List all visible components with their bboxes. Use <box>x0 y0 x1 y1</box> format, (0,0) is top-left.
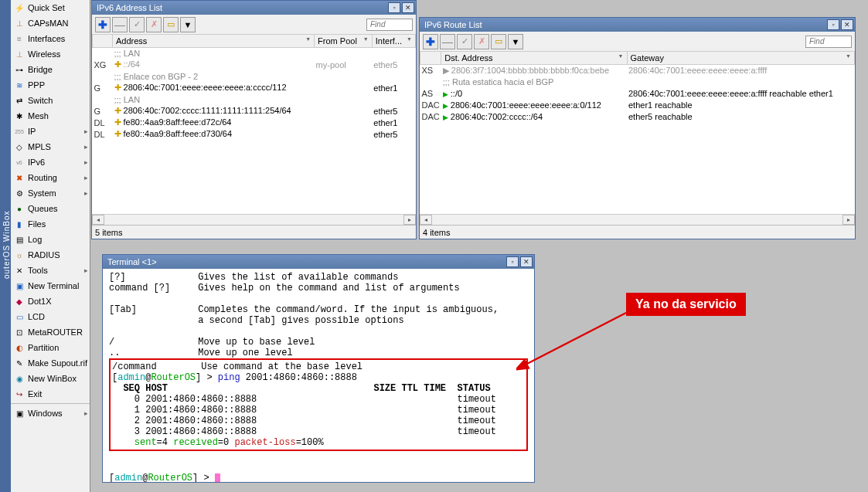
find-input[interactable] <box>805 36 852 48</box>
minimize-button[interactable]: ▫ <box>506 256 519 267</box>
sidebar-item-new-terminal[interactable]: ▣New Terminal <box>11 278 90 294</box>
table-row[interactable]: XG✚ ::/64my-poolether5 <box>93 59 416 70</box>
sidebar-label: Queues <box>28 204 58 213</box>
filter-button[interactable]: ▼ <box>508 34 523 49</box>
disable-button[interactable]: ✗ <box>474 34 489 49</box>
column-header[interactable]: From Pool <box>315 35 373 47</box>
annotation-callout: Ya no da servicio <box>626 293 746 316</box>
add-button[interactable]: ✚ <box>423 34 438 49</box>
sidebar-item-routing[interactable]: ✖Routing <box>11 170 90 185</box>
table-comment-row: ;;; Enlace con BGP - 2 <box>93 70 416 82</box>
sidebar-item-mpls[interactable]: ◇MPLS <box>11 139 90 154</box>
sidebar-item-windows[interactable]: ▣Windows <box>11 405 90 421</box>
sidebar-icon: ↪ <box>14 389 25 399</box>
column-header[interactable] <box>420 52 441 64</box>
sidebar-item-ipv6[interactable]: v6IPv6 <box>11 154 90 170</box>
address-grid[interactable]: AddressFrom PoolInterf...;;; LANXG✚ ::/6… <box>92 35 416 214</box>
column-header[interactable]: Address <box>113 35 315 47</box>
sidebar-item-radius[interactable]: ☼RADIUS <box>11 247 90 263</box>
close-button[interactable]: ✕ <box>402 2 414 13</box>
sidebar-item-bridge[interactable]: ⊶Bridge <box>11 62 90 77</box>
route-grid[interactable]: Dst. AddressGatewayXS▶ 2806:3f7:1004:bbb… <box>420 52 855 214</box>
remove-button[interactable]: — <box>112 17 128 32</box>
table-row[interactable]: AS▶ ::/02806:40c:7001:eeee:eeee:eeee:a:f… <box>420 88 855 100</box>
sidebar-item-quick-set[interactable]: ⚡Quick Set <box>11 0 90 15</box>
sidebar-item-exit[interactable]: ↪Exit <box>11 386 90 402</box>
sidebar-label: CAPsMAN <box>28 19 69 28</box>
sidebar-item-make-supout-rif[interactable]: ✎Make Supout.rif <box>11 355 90 371</box>
sidebar-label: Routing <box>28 173 57 182</box>
sidebar-icon: 255 <box>14 126 25 137</box>
table-row[interactable]: DL✚ fe80::4aa9:8aff:feee:d72c/64ether1 <box>93 117 416 128</box>
sidebar-icon: ≋ <box>14 80 25 90</box>
sidebar-item-lcd[interactable]: ▭LCD <box>11 309 90 324</box>
table-comment-row: ;;; Ruta estatica hacia el BGP <box>420 76 855 88</box>
sidebar-label: Interfaces <box>28 34 65 43</box>
column-header[interactable] <box>93 35 113 47</box>
sidebar-label: MetaROUTER <box>28 327 83 337</box>
window-titlebar[interactable]: IPv6 Address List ▫ ✕ <box>92 1 416 15</box>
sidebar-icon: ⊥ <box>14 49 25 59</box>
sidebar-item-metarouter[interactable]: ⊡MetaROUTER <box>11 324 90 340</box>
sidebar-item-wireless[interactable]: ⊥Wireless <box>11 46 90 62</box>
horizontal-scrollbar[interactable] <box>92 214 416 225</box>
enable-button[interactable]: ✓ <box>129 17 145 32</box>
sidebar-label: Files <box>28 219 46 229</box>
sidebar-item-queues[interactable]: ●Queues <box>11 201 90 216</box>
enable-button[interactable]: ✓ <box>457 34 472 49</box>
sidebar-item-log[interactable]: ▤Log <box>11 232 90 247</box>
sidebar-item-capsman[interactable]: ⊥CAPsMAN <box>11 15 90 31</box>
close-button[interactable]: ✕ <box>520 256 533 267</box>
sidebar-item-interfaces[interactable]: ≡Interfaces <box>11 31 90 46</box>
table-row[interactable]: G✚ 2806:40c:7002:cccc:1111:1111:1111:254… <box>93 105 416 117</box>
ipv6-address-list-window: IPv6 Address List ▫ ✕ ✚ — ✓ ✗ ▭ ▼ Addres… <box>91 0 417 239</box>
window-titlebar[interactable]: IPv6 Route List ▫ ✕ <box>420 18 855 32</box>
sidebar-icon: ◐ <box>14 342 25 353</box>
address-icon: ✚ <box>114 83 121 92</box>
disable-button[interactable]: ✗ <box>146 17 162 32</box>
table-row[interactable]: DAC▶ 2806:40c:7001:eeee:eeee:eeee:a:0/11… <box>420 100 855 111</box>
column-header[interactable]: Gateway <box>627 52 855 64</box>
sidebar-item-ppp[interactable]: ≋PPP <box>11 77 90 93</box>
minimize-button[interactable]: ▫ <box>827 19 839 30</box>
sidebar-label: PPP <box>28 80 45 90</box>
filter-button[interactable]: ▼ <box>180 17 196 32</box>
main-sidebar: ⚡Quick Set⊥CAPsMAN≡Interfaces⊥Wireless⊶B… <box>11 0 90 492</box>
add-button[interactable]: ✚ <box>95 17 111 32</box>
sidebar-icon: ⊥ <box>14 18 25 29</box>
sidebar-item-dot1x[interactable]: ◆Dot1X <box>11 294 90 309</box>
sidebar-icon: ◉ <box>14 373 25 384</box>
sidebar-item-mesh[interactable]: ✱Mesh <box>11 108 90 124</box>
cursor <box>215 473 220 482</box>
window-titlebar[interactable]: Terminal <1> ▫ ✕ <box>103 255 534 269</box>
table-row[interactable]: DL✚ fe80::4aa9:8aff:feee:d730/64ether5 <box>93 128 416 140</box>
sidebar-label: IPv6 <box>28 158 45 167</box>
remove-button[interactable]: — <box>440 34 455 49</box>
comment-button[interactable]: ▭ <box>163 17 179 32</box>
sidebar-item-ip[interactable]: 255IP <box>11 124 90 139</box>
sidebar-item-system[interactable]: ⚙System <box>11 185 90 201</box>
column-header[interactable]: Dst. Address <box>441 52 627 64</box>
minimize-button[interactable]: ▫ <box>388 2 400 13</box>
address-icon: ✚ <box>114 106 121 115</box>
table-row[interactable]: DAC▶ 2806:40c:7002:cccc::/64ether5 reach… <box>420 111 855 123</box>
close-button[interactable]: ✕ <box>841 19 853 30</box>
sidebar-icon: ◇ <box>14 141 25 152</box>
terminal-window: Terminal <1> ▫ ✕ [?] Gives the list of a… <box>102 254 535 483</box>
status-bar: 5 items <box>92 225 416 239</box>
sidebar-item-files[interactable]: ▮Files <box>11 216 90 232</box>
sidebar-item-switch[interactable]: ⇄Switch <box>11 93 90 108</box>
terminal-output[interactable]: [?] Gives the list of available commands… <box>103 269 534 482</box>
window-title: Terminal <1> <box>107 257 157 266</box>
table-row[interactable]: G✚ 2806:40c:7001:eeee:eeee:eeee:a:cccc/1… <box>93 82 416 93</box>
sidebar-icon: ✖ <box>14 172 25 183</box>
comment-button[interactable]: ▭ <box>491 34 506 49</box>
column-header[interactable]: Interf... <box>372 35 415 47</box>
sidebar-item-partition[interactable]: ◐Partition <box>11 340 90 355</box>
sidebar-item-new-winbox[interactable]: ◉New WinBox <box>11 371 90 386</box>
sidebar-item-tools[interactable]: ✕Tools <box>11 263 90 278</box>
table-row[interactable]: XS▶ 2806:3f7:1004:bbbb:bbbb:bbbb:f0ca:be… <box>420 64 855 76</box>
find-input[interactable] <box>366 19 413 31</box>
horizontal-scrollbar[interactable] <box>420 214 855 225</box>
sidebar-label: Quick Set <box>28 3 65 12</box>
